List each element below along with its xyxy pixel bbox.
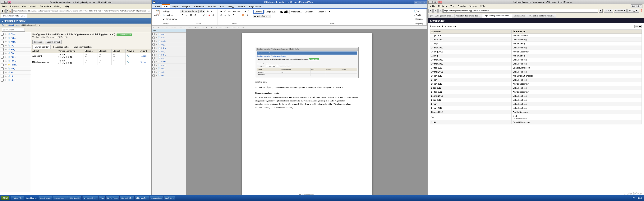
style-underrubrik[interactable]: Underrubri... — [290, 10, 303, 13]
status3-radio-0[interactable] — [113, 54, 115, 57]
sidebar-checkbox-4[interactable] — [1, 48, 4, 51]
taskbar-item-1[interactable]: Grunddata o... — [25, 196, 38, 200]
ie-forward-btn[interactable]: ▶ — [433, 8, 438, 13]
ws-check-10[interactable] — [152, 67, 155, 70]
style-rubrik[interactable]: Rubrik — [279, 9, 290, 14]
ie-help-icon[interactable]: ❓ — [640, 9, 643, 12]
sidebar-item-8[interactable]: 0 📁 Folde... — [0, 63, 31, 67]
status3-radio-1[interactable] — [113, 60, 115, 63]
sidebar-checkbox-5[interactable] — [1, 52, 4, 55]
sidebar-checkbox-12[interactable] — [1, 79, 4, 82]
word-sidebar-item-2[interactable]: 0 📄 Kopi... — [152, 39, 186, 43]
ta-bort-link-1[interactable]: Ta bort — [140, 61, 146, 63]
sidebar-item-7[interactable]: 1 📄 PO_... — [0, 59, 31, 63]
underline-button[interactable]: U — [189, 13, 193, 17]
forward-button[interactable]: ▶ — [4, 9, 6, 13]
tab-tillaggsduppgifter[interactable]: Tilläggsduppgifter — [50, 45, 71, 49]
sidebar-name-5[interactable]: PO_... — [11, 52, 30, 54]
sidebar-checkbox-6[interactable] — [1, 56, 4, 59]
ws-name-5[interactable]: PO_... — [162, 50, 185, 52]
ws-name-0[interactable]: Förg... — [162, 33, 185, 35]
italic-button[interactable]: I — [185, 13, 188, 17]
publicera-button[interactable]: Publicera — [32, 40, 44, 44]
sidebar-checkbox-11[interactable] — [1, 75, 4, 78]
radio-nej-0[interactable] — [66, 56, 69, 58]
sidebar-name-8[interactable]: Folde... — [11, 64, 30, 66]
ie-menu-verktyg[interactable]: Verktyg — [469, 4, 478, 8]
bullets-button[interactable]: ≡• — [219, 9, 223, 13]
font-shrink-btn[interactable]: A↓ — [210, 9, 214, 13]
tab-sidlayout[interactable]: Sidlayout — [180, 4, 192, 8]
status1-radio-1[interactable] — [85, 60, 88, 63]
ta-bort-link-0[interactable]: Ta bort — [140, 55, 146, 57]
style-normal[interactable]: 1 Normal — [253, 10, 264, 13]
radio-ja-1[interactable] — [58, 62, 61, 64]
tab-acrobat[interactable]: Acrobat — [236, 4, 247, 8]
ws-check-8[interactable] — [152, 60, 155, 63]
menu-historik[interactable]: Historik — [28, 5, 38, 8]
sidebar-name-3[interactable]: Pb_... — [11, 45, 30, 47]
ie-tab-4[interactable]: uk-embeket.se — [512, 13, 527, 18]
lagg-till-button[interactable]: Lägg till attribut — [45, 40, 62, 44]
sidebar-checkbox-8[interactable] — [1, 64, 4, 66]
ie-tab-2[interactable]: Testibiber - Ladk3 Wiki - Ladk... — [455, 13, 482, 18]
maximize-button[interactable]: □ — [4, 1, 8, 4]
taskbar-item-7[interactable]: (1) Per Austr... — [106, 196, 120, 200]
sidebar-item-5[interactable]: 0 📄 PO_... — [0, 51, 31, 55]
status2-radio-1[interactable] — [99, 60, 102, 63]
ws-name-4[interactable]: PO_... — [162, 47, 185, 49]
word-sidebar-item-6[interactable]: 0 📄 PO_... — [152, 53, 186, 57]
copy-button[interactable]: 📄 Kopiera — [162, 13, 178, 17]
breadcrumb-grunddata[interactable]: Grunddata och mallar — [2, 24, 20, 26]
radio-nej-1[interactable] — [66, 62, 69, 64]
taskbar-item-10[interactable]: Microsoft Excel — [149, 196, 164, 200]
sidebar-item-10[interactable]: 0 📄 PC... — [0, 71, 31, 74]
sidebar-name-1[interactable]: Kob... — [11, 37, 30, 39]
tab-statuskonfiguration[interactable]: Statuskonfiguration — [72, 45, 94, 49]
sidebar-name-7[interactable]: PO_... — [11, 60, 30, 62]
word-sidebar-item-7[interactable]: 1 📄 PO_... — [152, 57, 186, 60]
ie-tab-3[interactable]: Laglav-valning med Noteous och... — [482, 13, 512, 18]
word-sidebar-item-5[interactable]: 0 📄 PO_... — [152, 50, 186, 53]
line-spacing-button[interactable]: ↕ — [237, 13, 241, 17]
convert-button[interactable]: Convert ▼ — [630, 4, 642, 8]
tab-visa[interactable]: Visa — [218, 4, 226, 8]
sidebar-item-12[interactable]: 0 📄 Utb... — [0, 78, 31, 82]
tab-arkiv[interactable]: Arkiv — [153, 4, 162, 8]
ws-name-2[interactable]: Kopi... — [162, 40, 185, 42]
taskbar-item-2[interactable]: Ladk3 - malt... — [39, 196, 52, 200]
align-center-button[interactable]: ≡ — [223, 13, 227, 17]
word-doc-scroll[interactable]: Grunddata och mallar - Utbildningskonfig… — [186, 29, 428, 197]
word-sidebar-item-3[interactable]: 0 📄 Pb_... — [152, 43, 186, 46]
sidebar-name-0[interactable]: Förg... — [11, 33, 30, 35]
sidebar-checkbox-1[interactable] — [1, 37, 4, 39]
menu-arkiv[interactable]: Arkiv — [1, 5, 8, 8]
status1-radio-0[interactable] — [85, 54, 88, 57]
ie-menu-redigera[interactable]: Redigera — [437, 4, 448, 8]
start-button[interactable]: Start — [1, 196, 10, 201]
ws-name-10[interactable]: PC... — [162, 68, 185, 70]
sidebar-item-0[interactable]: 0 📄 Förg... — [0, 32, 31, 36]
sidebar-checkbox-7[interactable] — [1, 60, 4, 62]
style-diskret[interactable]: Diskret be... — [304, 10, 316, 13]
ws-name-3[interactable]: Pb_... — [162, 44, 185, 45]
word-sidebar-item-4[interactable]: 0 📄 PO_... — [152, 46, 186, 50]
ws-check-2[interactable] — [152, 40, 155, 42]
styles-more-btn[interactable]: ▼ — [328, 10, 331, 13]
radio-ja-0[interactable] — [58, 56, 61, 58]
ws-check-7[interactable] — [152, 57, 155, 59]
fill-button[interactable]: 🎨 — [241, 13, 245, 17]
ie-menu-hjalp[interactable]: Hjälp — [479, 4, 486, 8]
reload-button[interactable]: ↺ — [6, 9, 8, 13]
taskbar-item-5[interactable]: Windows Live ... — [82, 196, 98, 200]
tab-granska[interactable]: Granska — [206, 4, 218, 8]
minimize-button[interactable]: _ — [1, 1, 4, 4]
taskbar-item-0[interactable]: My Box Files — [11, 196, 24, 200]
sidebar-name-2[interactable]: Kopi... — [11, 41, 30, 43]
ws-check-6[interactable] — [152, 54, 155, 56]
sidebar-name-12[interactable]: Utb... — [11, 79, 30, 81]
decrease-indent-button[interactable]: ⟵ — [233, 9, 237, 13]
text-color-button[interactable]: A — [207, 13, 211, 17]
ie-verktyg-button[interactable]: Verktyg ▼ — [627, 9, 639, 13]
align-right-button[interactable]: ⫸ — [227, 13, 231, 17]
